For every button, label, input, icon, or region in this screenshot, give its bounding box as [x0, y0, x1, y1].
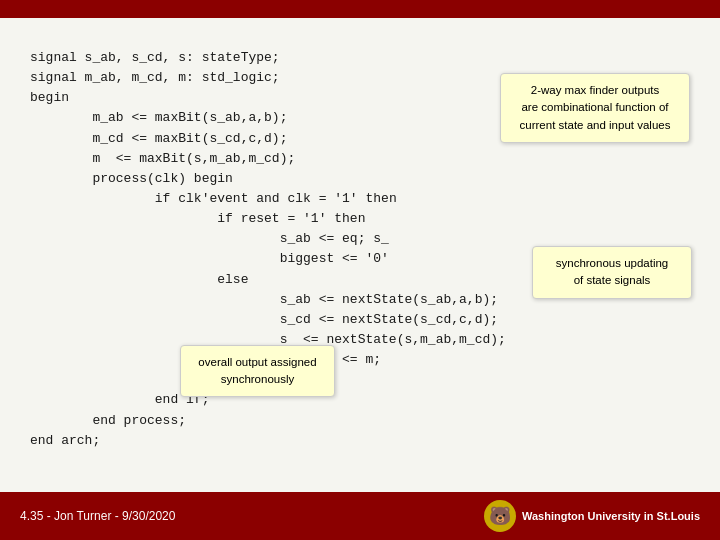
tooltip-twoway: 2-way max finder outputs are combination…	[500, 73, 690, 143]
slide-header	[0, 0, 720, 18]
tooltip-overall-text: overall output assigned synchronously	[198, 356, 316, 385]
wustl-university-text: Washington University in St.Louis	[522, 509, 700, 523]
slide-content: signal s_ab, s_cd, s: stateType; signal …	[0, 18, 720, 492]
wustl-bear-icon: 🐻	[484, 500, 516, 532]
tooltip-sync: synchronous updating of state signals	[532, 246, 692, 299]
slide-footer: 4.35 - Jon Turner - 9/30/2020 🐻 Washingt…	[0, 492, 720, 540]
slide-container: signal s_ab, s_cd, s: stateType; signal …	[0, 0, 720, 540]
footer-citation: 4.35 - Jon Turner - 9/30/2020	[20, 509, 175, 523]
tooltip-twoway-text: 2-way max finder outputs are combination…	[520, 84, 671, 131]
tooltip-sync-text: synchronous updating of state signals	[556, 257, 669, 286]
wustl-logo: 🐻 Washington University in St.Louis	[484, 500, 700, 532]
tooltip-overall: overall output assigned synchronously	[180, 345, 335, 398]
